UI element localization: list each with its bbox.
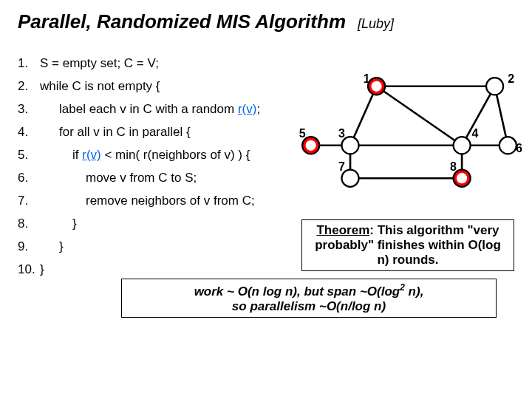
graph-node-label: 2	[508, 72, 514, 85]
line-text: S = empty set; C = V;	[40, 57, 159, 69]
line-num: 7.	[18, 194, 40, 207]
title-row: Parallel, Randomized MIS Algorithm [Luby…	[18, 10, 514, 33]
line-text: }	[40, 217, 77, 230]
text: < min( r(neighbors of v) ) {	[101, 148, 250, 162]
graph-node-label: 8	[450, 160, 457, 173]
text: label each v in C with a random	[59, 102, 238, 116]
line-num: 5.	[18, 149, 40, 161]
line-text: if r(v) < min( r(neighbors of v) ) {	[40, 149, 250, 161]
line-num: 6.	[18, 171, 40, 184]
graph-node-inner	[306, 140, 316, 151]
citation: [Luby]	[358, 16, 394, 32]
theorem-label: Theorem	[316, 223, 369, 237]
graph-node	[499, 137, 516, 154]
rv-link: r(v)	[238, 102, 256, 116]
text: if	[72, 148, 82, 162]
line-text: }	[40, 263, 44, 276]
rv-link: r(v)	[82, 148, 100, 162]
graph-node	[486, 78, 503, 95]
graph-edge	[377, 86, 463, 146]
line-text: move v from C to S;	[40, 171, 197, 184]
line-num: 1.	[18, 57, 40, 69]
graph-node-label: 6	[516, 142, 522, 154]
line-num: 9.	[18, 240, 40, 253]
line-num: 3.	[18, 103, 40, 115]
graph-edge	[350, 86, 377, 146]
complexity-line-2: so parallelism ~O(n/log n)	[232, 299, 386, 313]
line-num: 4.	[18, 126, 40, 138]
line-num: 2.	[18, 80, 40, 92]
line-text: remove neighbors of v from C;	[40, 194, 255, 207]
line-num: 8.	[18, 217, 40, 230]
graph-node-inner	[457, 173, 467, 183]
graph-node-label: 3	[338, 127, 345, 140]
line-text: for all v in C in parallel {	[40, 126, 191, 138]
graph-node-label: 7	[338, 160, 345, 173]
graph-node-label: 5	[299, 127, 306, 140]
theorem-box: Theorem: This algorithm "very probably" …	[301, 219, 514, 271]
line-num: 10.	[18, 263, 40, 276]
complexity-line-1a: work ~ O(n log n), but span ~O(log	[194, 284, 400, 299]
graph-node	[454, 137, 471, 154]
complexity-line-1b: n),	[405, 284, 424, 299]
superscript-2: 2	[400, 282, 405, 293]
content: 1. S = empty set; C = V; 2. while C is n…	[18, 57, 514, 276]
graph-node-label: 1	[364, 72, 370, 85]
line-text: while C is not empty {	[40, 80, 160, 92]
line-text: label each v in C with a random r(v);	[40, 103, 260, 115]
graph-diagram: 12345678	[291, 44, 528, 221]
text: ;	[256, 102, 260, 116]
graph-node-label: 4	[471, 127, 478, 140]
line-text: }	[40, 240, 64, 253]
page-title: Parallel, Randomized MIS Algorithm	[18, 10, 346, 33]
graph-nodes	[302, 78, 516, 187]
complexity-box: work ~ O(n log n), but span ~O(log2 n), …	[121, 279, 497, 318]
graph-node-inner	[371, 81, 381, 92]
